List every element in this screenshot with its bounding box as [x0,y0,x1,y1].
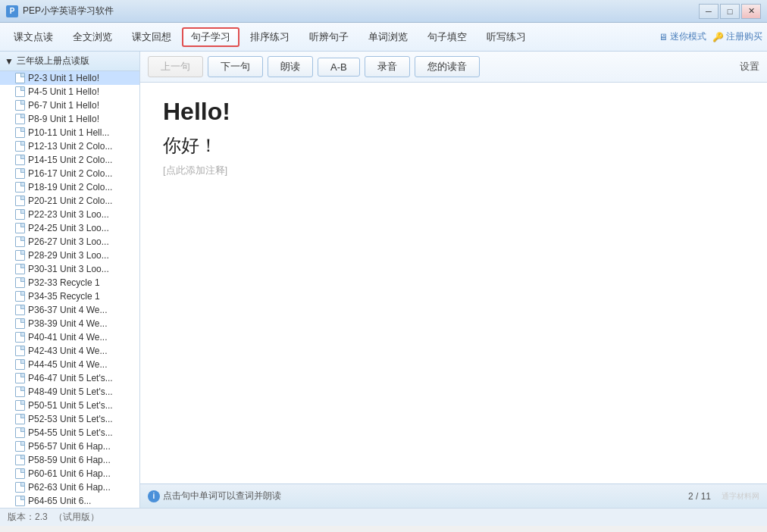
tree-item[interactable]: P24-25 Unit 3 Loo... [0,221,139,235]
tree-item[interactable]: P10-11 Unit 1 Hell... [0,126,139,139]
tree-item-label: P52-53 Unit 5 Let's... [28,414,113,424]
tree-item[interactable]: P62-63 Unit 6 Hap... [0,480,139,494]
tree-item-label: P64-65 Unit 6... [28,496,91,506]
your-reading-button[interactable]: 您的读音 [415,56,480,77]
tree-item-label: P2-3 Unit 1 Hello! [28,73,99,83]
tree-item[interactable]: P52-53 Unit 5 Let's... [0,412,139,426]
menu-item-juzi-tiankong[interactable]: 句子填空 [418,27,476,47]
read-button[interactable]: 朗读 [268,56,313,77]
file-icon [15,127,25,138]
file-icon [15,250,25,261]
tree-item[interactable]: P64-65 Unit 6... [0,494,139,508]
tree-item[interactable]: P6-7 Unit 1 Hello! [0,99,139,112]
next-sentence-button[interactable]: 下一句 [208,56,263,77]
sidebar: ▼ 三年级上册点读版 P2-3 Unit 1 Hello!P4-5 Unit 1… [0,52,140,508]
tree-item[interactable]: P22-23 Unit 3 Loo... [0,208,139,221]
tree-item[interactable]: P16-17 Unit 2 Colo... [0,167,139,180]
record-button[interactable]: 录音 [365,56,410,77]
file-icon [15,100,25,111]
tree-item-label: P4-5 Unit 1 Hello! [28,86,99,97]
tree-item-label: P48-49 Unit 5 Let's... [28,386,113,397]
file-icon [15,400,25,411]
version-bar: 版本：2.3 （试用版） [0,508,767,526]
tree-item[interactable]: P12-13 Unit 2 Colo... [0,139,139,153]
tree-item-label: P14-15 Unit 2 Colo... [28,155,112,165]
file-icon [15,414,25,424]
tree-item[interactable]: P38-39 Unit 4 We... [0,317,139,330]
menu-item-tingbian-juzi[interactable]: 听辨句子 [300,27,358,47]
annotation-placeholder[interactable]: [点此添加注释] [163,164,744,177]
tree-item[interactable]: P30-31 Unit 3 Loo... [0,262,139,276]
title-bar-controls[interactable]: ─ □ ✕ [699,4,761,19]
tree-item-label: P62-63 Unit 6 Hap... [28,482,111,493]
hint-text: 点击句中单词可以查词并朗读 [163,490,281,502]
file-icon [15,236,25,247]
file-icon [15,196,25,206]
tree-item[interactable]: P48-49 Unit 5 Let's... [0,385,139,399]
file-icon [15,373,25,383]
tree-item-label: P16-17 Unit 2 Colo... [28,168,112,179]
register-icon: 🔑 [712,32,724,42]
file-icon [15,86,25,97]
file-icon [15,182,25,192]
tree-item[interactable]: P14-15 Unit 2 Colo... [0,153,139,167]
menu-item-juzi-xuexi[interactable]: 句子学习 [182,27,239,47]
version-label: 版本：2.3 [8,511,48,524]
tree-item[interactable]: P56-57 Unit 6 Hap... [0,440,139,453]
tree-item[interactable]: P26-27 Unit 3 Loo... [0,235,139,249]
ab-button[interactable]: A-B [318,58,360,77]
tree-item[interactable]: P2-3 Unit 1 Hello! [0,71,139,85]
tree-item-label: P56-57 Unit 6 Hap... [28,441,111,452]
english-sentence[interactable]: Hello! [163,98,744,126]
tree-item[interactable]: P4-5 Unit 1 Hello! [0,85,139,99]
prev-sentence-button[interactable]: 上一句 [148,56,203,77]
tree-item-label: P46-47 Unit 5 Let's... [28,373,113,383]
tree-item-label: P32-33 Recycle 1 [28,277,100,288]
tree-item[interactable]: P34-35 Recycle 1 [0,289,139,303]
mini-mode-button[interactable]: 🖥 迷你模式 [659,30,706,43]
file-icon [15,441,25,452]
menu-item-kewen-diandu[interactable]: 课文点读 [5,27,62,47]
menu-item-kewen-huigu[interactable]: 课文回想 [123,27,180,47]
toolbar: 上一句 下一句 朗读 A-B 录音 您的读音 设置 [140,52,767,83]
tree-item[interactable]: P36-37 Unit 4 We... [0,303,139,317]
tree-item[interactable]: P50-51 Unit 5 Let's... [0,399,139,412]
tree-item[interactable]: P46-47 Unit 5 Let's... [0,371,139,385]
tree-item-label: P20-21 Unit 2 Colo... [28,196,112,206]
tree-item-label: P34-35 Recycle 1 [28,291,100,302]
settings-button[interactable]: 设置 [740,60,759,74]
tree-item[interactable]: P20-21 Unit 2 Colo... [0,194,139,208]
menu-item-danci-liulan[interactable]: 单词浏览 [359,27,417,47]
file-icon [15,223,25,233]
register-button[interactable]: 🔑 注册购买 [712,30,762,43]
minimize-button[interactable]: ─ [699,4,718,19]
close-button[interactable]: ✕ [741,4,761,19]
tree-item-label: P26-27 Unit 3 Loo... [28,236,109,247]
tree-item[interactable]: P8-9 Unit 1 Hello! [0,112,139,126]
tree-item-label: P6-7 Unit 1 Hello! [28,100,99,111]
tree-item[interactable]: P44-45 Unit 4 We... [0,358,139,371]
menu-item-tingxie-lianxi[interactable]: 听写练习 [477,27,535,47]
title-bar: PEP小学英语学习软件 ─ □ ✕ [0,0,767,23]
tree-item[interactable]: P40-41 Unit 4 We... [0,330,139,344]
menu-item-quanwen-liulan[interactable]: 全文浏览 [64,27,121,47]
tree-item[interactable]: P54-55 Unit 5 Let's... [0,426,139,440]
file-icon [15,73,25,83]
restore-button[interactable]: □ [720,4,740,19]
file-icon [15,496,25,506]
app-icon [6,5,18,17]
tree-item[interactable]: P60-61 Unit 6 Hap... [0,467,139,480]
tree-item[interactable]: P58-59 Unit 6 Hap... [0,453,139,467]
tree-item[interactable]: P28-29 Unit 3 Loo... [0,249,139,262]
tree-item[interactable]: P42-43 Unit 4 We... [0,344,139,358]
menu-item-paixu-lianxi[interactable]: 排序练习 [241,27,299,47]
file-icon [15,155,25,165]
tree-item-label: P28-29 Unit 3 Loo... [28,250,109,261]
tree-item-label: P40-41 Unit 4 We... [28,332,108,343]
tree-item[interactable]: P18-19 Unit 2 Colo... [0,180,139,194]
tree-item-label: P8-9 Unit 1 Hello! [28,114,99,124]
tree-item-label: P18-19 Unit 2 Colo... [28,182,112,192]
tree-item-label: P24-25 Unit 3 Loo... [28,223,109,233]
collapse-icon[interactable]: ▼ [5,56,14,67]
tree-item[interactable]: P32-33 Recycle 1 [0,276,139,289]
